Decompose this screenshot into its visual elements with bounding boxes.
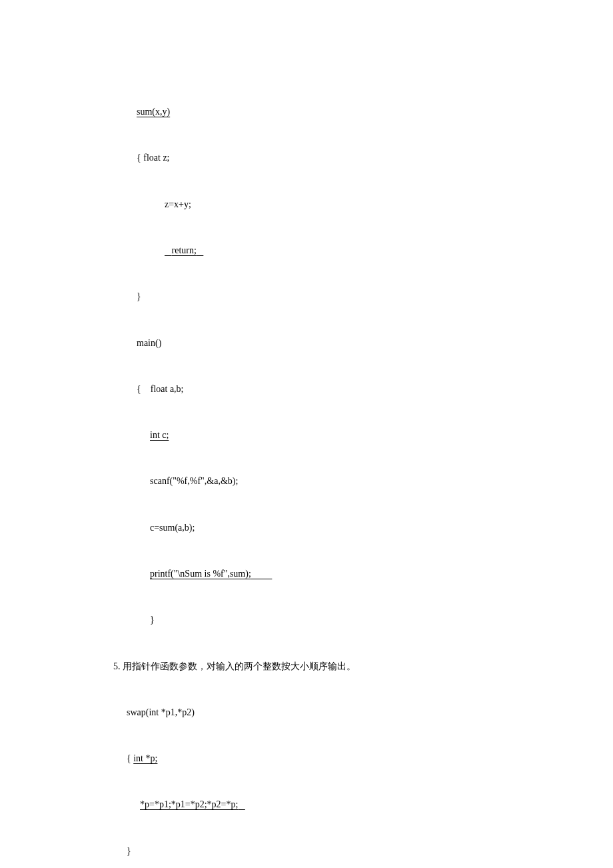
code-line: scanf("%f,%f",&a,&b); xyxy=(90,473,560,489)
code-line: printf("\nSum is %f",sum); xyxy=(150,569,272,579)
document-page: sum(x,y) { float z; z=x+y; return; } mai… xyxy=(0,0,613,868)
question-5-title: 5. 用指针作函数参数，对输入的两个整数按大小顺序输出。 xyxy=(90,659,560,674)
code-block-4: sum(x,y) { float z; z=x+y; return; } mai… xyxy=(90,73,560,659)
code-line: z=x+y; xyxy=(90,197,560,212)
code-line: } xyxy=(90,843,560,859)
code-line: } xyxy=(90,612,560,627)
code-line: int *p; xyxy=(133,753,157,763)
code-line: int c; xyxy=(150,430,169,440)
code-line: return; xyxy=(165,245,203,255)
code-line: c=sum(a,b); xyxy=(90,520,560,535)
code-line: { float a,b; xyxy=(90,381,560,397)
code-line: *p=*p1;*p1=*p2;*p2=*p; xyxy=(140,799,245,809)
code-line: swap(int *p1,*p2) xyxy=(90,705,560,720)
code-line: } xyxy=(90,289,560,304)
code-line: { float z; xyxy=(90,150,560,165)
code-line: main() xyxy=(90,335,560,351)
code-line: sum(x,y) xyxy=(137,107,170,117)
code-block-5: swap(int *p1,*p2) { int *p; *p=*p1;*p1=*… xyxy=(90,674,560,868)
